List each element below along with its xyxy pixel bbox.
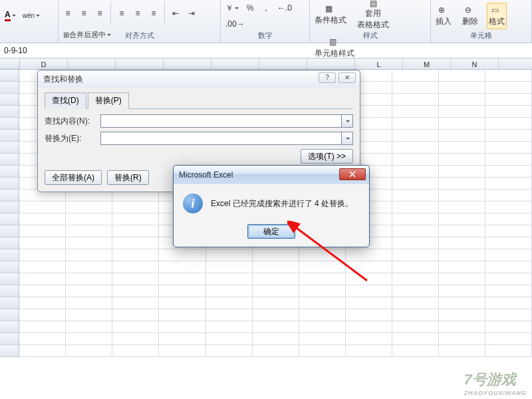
cell[interactable]	[346, 309, 392, 321]
cell[interactable]	[346, 297, 392, 309]
cell[interactable]	[253, 333, 299, 345]
cell[interactable]	[206, 297, 253, 309]
options-button[interactable]: 选项(T) >>	[301, 149, 353, 164]
cell[interactable]	[392, 142, 439, 154]
row-header[interactable]	[0, 166, 19, 178]
row-header[interactable]	[0, 237, 19, 249]
cell[interactable]	[206, 333, 253, 345]
cell[interactable]	[66, 261, 112, 273]
cell[interactable]	[112, 201, 159, 213]
cell[interactable]	[299, 309, 346, 321]
dialog-help-button[interactable]: ?	[319, 72, 336, 83]
replace-input[interactable]	[100, 132, 341, 145]
cell[interactable]	[485, 213, 532, 225]
cell[interactable]	[439, 249, 485, 261]
cell[interactable]	[485, 345, 532, 357]
cell[interactable]	[392, 237, 439, 249]
col-header[interactable]: L	[355, 59, 403, 69]
cell[interactable]	[485, 249, 532, 261]
cell[interactable]	[485, 237, 532, 249]
cell[interactable]	[299, 321, 346, 333]
cell[interactable]	[206, 273, 253, 285]
row-header[interactable]	[0, 345, 19, 357]
cell[interactable]	[392, 297, 439, 309]
cell[interactable]	[19, 249, 66, 261]
cell[interactable]	[346, 285, 392, 297]
cell[interactable]	[159, 297, 205, 309]
cell[interactable]	[253, 321, 299, 333]
table-format-button[interactable]: ▤套用 表格格式	[355, 1, 391, 28]
cell[interactable]	[112, 285, 159, 297]
cell[interactable]	[159, 333, 205, 345]
cell[interactable]	[392, 201, 439, 213]
currency-button[interactable]: ￥	[223, 1, 241, 15]
cell[interactable]	[485, 106, 532, 118]
cell[interactable]	[392, 333, 439, 345]
cell[interactable]	[392, 285, 439, 297]
cell[interactable]	[112, 321, 159, 333]
dialog-titlebar[interactable]: 查找和替换 ? ✕	[38, 70, 360, 88]
cell[interactable]	[346, 249, 392, 261]
col-header[interactable]	[307, 59, 355, 69]
percent-button[interactable]: %	[243, 1, 257, 15]
cell[interactable]	[159, 285, 205, 297]
cell[interactable]	[485, 273, 532, 285]
cell[interactable]	[299, 273, 346, 285]
row-header[interactable]	[0, 285, 19, 297]
row-header[interactable]	[0, 249, 19, 261]
cell[interactable]	[485, 142, 532, 154]
cell[interactable]	[66, 225, 112, 237]
cell[interactable]	[439, 345, 485, 357]
align-mid-icon[interactable]: ≡	[77, 7, 90, 20]
cell[interactable]	[439, 166, 485, 178]
cell[interactable]	[159, 273, 205, 285]
cell[interactable]	[66, 249, 112, 261]
cell[interactable]	[19, 213, 66, 225]
cell[interactable]	[159, 345, 205, 357]
cell[interactable]	[253, 285, 299, 297]
cell[interactable]	[439, 297, 485, 309]
cell[interactable]	[66, 345, 112, 357]
cell[interactable]	[485, 201, 532, 213]
select-all-corner[interactable]	[0, 59, 20, 69]
row-header[interactable]	[0, 333, 19, 345]
cell[interactable]	[485, 261, 532, 273]
cell[interactable]	[206, 321, 253, 333]
cell[interactable]	[392, 154, 439, 166]
row-header[interactable]	[0, 70, 19, 82]
cell[interactable]	[439, 154, 485, 166]
messagebox-close-button[interactable]	[339, 168, 366, 180]
cell[interactable]	[392, 118, 439, 130]
conditional-format-button[interactable]: ▦条件格式	[313, 1, 348, 28]
col-header[interactable]: D	[20, 59, 68, 69]
phonetic-guide-button[interactable]: wén	[21, 9, 42, 22]
cell[interactable]	[439, 333, 485, 345]
col-header[interactable]	[116, 59, 164, 69]
row-header[interactable]	[0, 321, 19, 333]
cell[interactable]	[392, 106, 439, 118]
cell[interactable]	[392, 178, 439, 190]
cell[interactable]	[66, 321, 112, 333]
cell[interactable]	[159, 309, 205, 321]
cell[interactable]	[392, 225, 439, 237]
cell[interactable]	[439, 82, 485, 94]
cell[interactable]	[485, 225, 532, 237]
cell[interactable]	[439, 94, 485, 106]
cell[interactable]	[485, 333, 532, 345]
cell[interactable]	[206, 249, 253, 261]
cell[interactable]	[439, 285, 485, 297]
comma-button[interactable]: ,	[259, 1, 273, 15]
row-header[interactable]	[0, 178, 19, 190]
cell[interactable]	[392, 70, 439, 82]
cell[interactable]	[485, 70, 532, 82]
row-header[interactable]	[0, 201, 19, 213]
cell[interactable]	[485, 297, 532, 309]
cell[interactable]	[112, 345, 159, 357]
row-header[interactable]	[0, 82, 19, 94]
col-header[interactable]	[211, 59, 259, 69]
cell[interactable]	[19, 297, 66, 309]
cell[interactable]	[439, 70, 485, 82]
cell[interactable]	[19, 309, 66, 321]
cell[interactable]	[392, 321, 439, 333]
cell[interactable]	[112, 261, 159, 273]
